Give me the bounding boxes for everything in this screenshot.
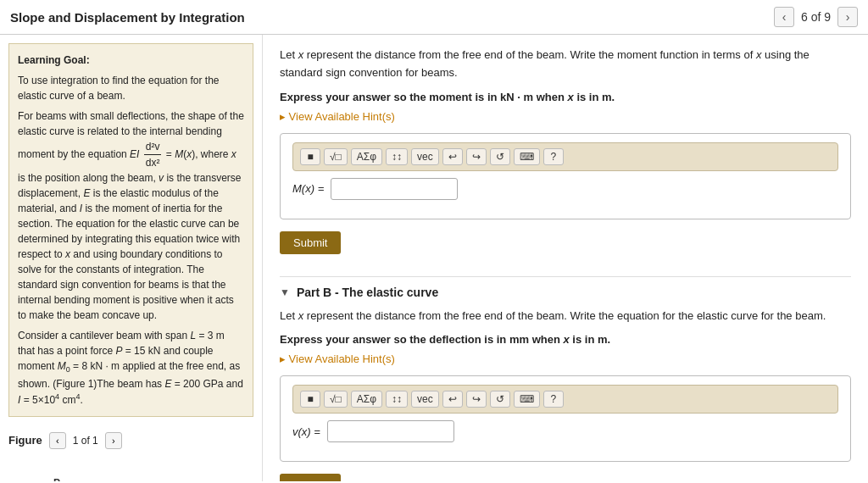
navigation: ‹ 6 of 9 › [774,7,858,27]
part-b-hint-link[interactable]: ▸ View Available Hint(s) [280,353,851,365]
part-b-answer-box: ■ √□ ΑΣφ ↕↕ vec ↩ ↪ ↺ ⌨ ? v(x) = [280,375,851,462]
tb-b-keyboard-btn[interactable]: ⌨ [514,391,540,408]
beam-diagram: A B P M 0 L [30,454,233,481]
part-b-submit-button[interactable]: Submit [280,474,341,481]
page-count: 6 of 9 [801,10,831,24]
tb-b-refresh-btn[interactable]: ↺ [490,391,510,408]
tb-b-arrows-btn[interactable]: ↕↕ [386,391,408,408]
part-b-toolbar: ■ √□ ΑΣφ ↕↕ vec ↩ ↪ ↺ ⌨ ? [292,385,838,414]
beam-figure: A B P M 0 L [8,454,253,481]
learning-goal-line-3: Consider a cantilever beam with span L =… [18,328,244,408]
part-b-input-label: v(x) = [292,425,320,438]
tb-alpha-btn[interactable]: ΑΣφ [351,148,382,165]
tb-redo-btn[interactable]: ↪ [466,148,487,165]
tb-sqrt-btn[interactable]: √□ [324,148,348,165]
tb-b-square-btn[interactable]: ■ [300,391,320,408]
part-b-input-row: v(x) = [292,420,838,442]
page-title: Slope and Displacement by Integration [10,10,245,25]
part-a: Let x represent the distance from the fr… [280,47,851,268]
figure-header: Figure ‹ 1 of 1 › [8,432,253,449]
part-a-problem-text: Let x represent the distance from the fr… [280,47,851,82]
part-a-instruction: Express your answer so the moment is in … [280,91,851,103]
part-a-toolbar: ■ √□ ΑΣφ ↕↕ vec ↩ ↪ ↺ ⌨ ? [292,142,838,171]
tb-vec-btn[interactable]: vec [411,148,439,165]
part-b-arrow[interactable]: ▼ [280,286,290,298]
part-b-title: Part B - The elastic curve [297,286,438,299]
section-divider [280,276,851,277]
tb-help-btn[interactable]: ? [543,148,564,165]
figure-count: 1 of 1 [73,435,98,447]
figure-prev-button[interactable]: ‹ [49,432,66,449]
prev-button[interactable]: ‹ [774,7,794,27]
tb-b-undo-btn[interactable]: ↩ [442,391,463,408]
part-a-answer-box: ■ √□ ΑΣφ ↕↕ vec ↩ ↪ ↺ ⌨ ? M(x) = [280,133,851,219]
part-a-submit-button[interactable]: Submit [280,231,341,254]
tb-square-btn[interactable]: ■ [300,148,320,165]
tb-b-help-btn[interactable]: ? [543,391,564,408]
figure-next-button[interactable]: › [105,432,122,449]
tb-undo-btn[interactable]: ↩ [442,148,463,165]
learning-goal-box: Learning Goal: To use integration to fin… [8,43,253,417]
figure-section: Figure ‹ 1 of 1 › [0,425,262,481]
next-button[interactable]: › [837,7,858,27]
tb-arrows-btn[interactable]: ↕↕ [386,148,408,165]
tb-b-sqrt-btn[interactable]: √□ [324,391,348,408]
learning-goal-title: Learning Goal: [18,53,244,68]
svg-text:P: P [53,477,60,481]
main-content: Learning Goal: To use integration to fin… [0,35,868,481]
tb-b-vec-btn[interactable]: vec [411,391,439,408]
learning-goal-line-2: For beams with small deflections, the sh… [18,108,244,323]
tb-b-redo-btn[interactable]: ↪ [466,391,487,408]
right-panel: Let x represent the distance from the fr… [263,35,868,481]
left-panel: Learning Goal: To use integration to fin… [0,35,263,481]
part-a-hint-link[interactable]: ▸ View Available Hint(s) [280,110,851,123]
part-b-problem-text: Let x represent the distance from the fr… [280,308,851,325]
part-b-header: ▼ Part B - The elastic curve [280,286,851,299]
header: Slope and Displacement by Integration ‹ … [0,0,868,35]
part-b-instruction: Express your answer so the deflection is… [280,333,851,346]
learning-goal-line-1: To use integration to find the equation … [18,73,244,103]
figure-title: Figure [8,434,42,447]
tb-b-alpha-btn[interactable]: ΑΣφ [351,391,382,408]
part-b: ▼ Part B - The elastic curve Let x repre… [280,286,851,481]
part-a-input[interactable] [331,178,458,200]
part-b-input[interactable] [327,420,454,442]
tb-keyboard-btn[interactable]: ⌨ [514,148,540,165]
tb-refresh-btn[interactable]: ↺ [490,148,510,165]
part-a-input-label: M(x) = [292,182,324,195]
part-a-input-row: M(x) = [292,178,838,200]
